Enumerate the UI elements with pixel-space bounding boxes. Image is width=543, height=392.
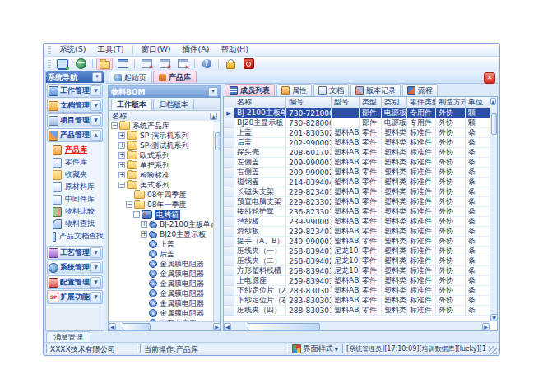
tree-node[interactable]: +BJ-2100主板单点 [109,219,213,229]
document-tab[interactable]: 起始页 [109,71,152,83]
tree-hscroll-thumb[interactable] [123,323,151,330]
tree-toggle-minus-icon[interactable]: − [133,211,140,218]
member-tab[interactable]: 文档 [313,84,349,96]
exit-button[interactable] [240,58,257,70]
tree-node[interactable]: 金属膜电阻器 [109,279,213,288]
sidebar-item[interactable]: 物料比较 [46,205,104,218]
menubar-grip[interactable] [48,46,51,54]
chevron-down-icon[interactable]: ▼ [90,262,101,273]
member-tab[interactable]: 属性 [276,84,312,96]
tree-scroll-right-icon[interactable]: ▶ [213,323,220,330]
tree-node[interactable]: −08年一季度 [109,200,213,210]
chevron-down-icon[interactable]: ▼ [90,115,101,126]
chevron-down-icon[interactable]: ▼ [90,292,101,302]
table-row[interactable]: 挡纱板239-990001-01X塑料ABS零件塑料类标准件外协条 [224,217,490,227]
tree-node[interactable]: +SP-演示机系列 [109,131,213,141]
table-row[interactable]: 接纱轮护罩236-823301-00X塑料ABS零件塑料类标准件外协条 [224,207,490,217]
grid-scroll-right-icon[interactable]: ▶ [482,323,490,330]
close-document-button[interactable]: ✕ [484,72,495,84]
panel-menu-icon[interactable]: ▾ [92,72,102,82]
grid-column-header[interactable]: 名称 [234,97,286,108]
tree-node[interactable]: +SP-测试机系列 [109,141,213,150]
chevron-up-icon[interactable]: ▲ [90,130,101,141]
grid-scroll-up-icon[interactable]: ▲ [490,98,496,105]
grid-column-header[interactable]: 零件类型 [407,97,436,108]
sidebar-group[interactable]: 产品管理▲ [47,128,103,142]
sidebar-item[interactable]: 中间件库 [46,193,104,205]
table-row[interactable]: 压线夹（一）258-839401-00X尼龙1010零件塑料类标准件外协条 [224,247,490,256]
tree-toggle-plus-icon[interactable]: + [118,162,125,168]
sidebar-item[interactable]: 物料查找 [46,218,104,230]
close-window-button[interactable] [138,58,155,70]
table-row[interactable]: 长磁头支架229-823401-00X塑料ABS零件塑料类标准件外协条 [224,187,490,197]
sidebar-item[interactable]: 产品文档查找 [46,230,104,242]
tree-toggle-plus-icon[interactable]: + [118,152,125,159]
tree-toggle-plus-icon[interactable]: + [141,231,147,238]
table-row[interactable]: 压线夹（四）288-830301-00X塑料ABS零件塑料类标准件外协条 [224,306,490,316]
toolbar-grip[interactable] [48,60,51,68]
table-row[interactable]: 方形塑料线槽258-839403-00X尼龙1010零件塑料类标准件外协条 [224,266,490,276]
grid-scroll-left-icon[interactable]: ◀ [224,323,231,330]
close-other-windows-button[interactable] [174,58,191,70]
tree-node[interactable]: +BJ20主显示板 [109,229,213,239]
window-layout-button[interactable] [114,58,131,70]
tree-node[interactable]: 金属膜电阻器 [109,308,213,318]
tree-node[interactable]: −美式系列 [109,180,213,190]
folder-open-button[interactable] [96,58,113,70]
grid-column-header[interactable]: 编号 [286,97,332,108]
table-row[interactable]: 左侧盖209-990001-01X塑料ABS零件塑料类标准件外协条 [224,158,490,168]
lock-button[interactable] [222,58,239,70]
document-tab[interactable]: 产品库 [153,71,197,83]
tree-toggle-minus-icon[interactable]: − [118,182,125,188]
menu-item[interactable]: 窗口(W) [136,44,177,56]
tree-toggle-minus-icon[interactable]: − [126,201,132,208]
table-row[interactable]: 磁钢盖214-839404-01X塑料ABS零件塑料类标准件外协条 [224,178,490,187]
sidebar-item[interactable]: 零件库 [46,156,104,168]
sidebar-group[interactable]: 系统管理▼ [47,261,103,274]
table-row[interactable]: ▶BJ-2100主板单点730-721000-12X部件电源板专用件外协颗 [224,108,490,118]
table-row[interactable]: 预置电脑支架229-823302-00X塑料ABS零件塑料类标准件外协条 [224,197,490,207]
tree-node[interactable]: −系统产品库 [109,121,213,131]
tree-horizontal-scrollbar[interactable]: ◀ ▶ [109,321,220,330]
globe-button[interactable] [72,58,89,70]
grid-column-header[interactable]: 类型 [360,97,382,108]
table-row[interactable]: 右侧盖209-990002-01X塑料ABS零件塑料类标准件外协条 [224,168,490,178]
tree-scroll-left-icon[interactable]: ◀ [109,323,116,330]
message-manager-tab[interactable]: 消息管理 [46,331,90,342]
tree-toggle-plus-icon[interactable]: + [118,142,125,149]
grid-hscroll-thumb[interactable] [248,323,320,330]
sidebar-group[interactable]: 扩展功能▼ [47,290,103,304]
bom-panel-options-icon[interactable]: ▾ [208,87,218,97]
member-tab[interactable]: 版本记录 [350,84,401,96]
menu-item[interactable]: 帮助(H) [215,44,254,56]
grid-horizontal-scrollbar[interactable]: ◀ ▶ [224,321,490,330]
tree-node[interactable]: 金属膜电阻器 [109,288,213,298]
tree-toggle-minus-icon[interactable]: − [111,122,118,129]
table-row[interactable]: BJ20主显示板730-828000-04X部件电源板专用件外协颗 [224,118,490,128]
grid-vertical-scrollbar[interactable]: ▲ ▼ [490,97,497,321]
computer-button[interactable] [54,58,71,70]
table-row[interactable]: 滑纱板239-823401-00X塑料ABS零件塑料类标准件外协条 [224,227,490,237]
chevron-down-icon[interactable]: ▼ [90,85,101,96]
sidebar-item[interactable]: 收藏夹 [46,168,104,181]
menu-item[interactable]: 系统(S) [53,44,91,56]
tree-node[interactable]: 上盖 [109,239,213,249]
tree-node[interactable]: 金属膜电阻器 [109,298,213,308]
grid-column-header[interactable]: 制造方式 [436,97,466,108]
close-all-windows-button[interactable] [156,58,173,70]
tree-toggle-plus-icon[interactable]: + [141,221,147,228]
tree-node[interactable]: +检验标准 [109,170,213,180]
tree-node[interactable]: 金属膜电阻器 [109,269,213,279]
tree-node[interactable]: 后盖 [109,249,213,259]
grid-column-header[interactable]: 类别 [382,97,407,108]
table-row[interactable]: 下纱定位片（右）283-830302-00X塑料ABS零件塑料类标准件外协条 [224,296,490,306]
sidebar-group[interactable]: 配置管理▼ [47,275,103,289]
tree-toggle-plus-icon[interactable]: + [118,172,125,178]
bom-version-tab[interactable]: 归档版本 [153,99,194,110]
table-row[interactable]: 提手（A、B）249-990001-01X塑料ABS零件塑料类标准件外协条 [224,237,490,247]
tree-toggle-plus-icon[interactable]: + [118,132,125,139]
menu-item[interactable]: 工具(T) [91,44,129,56]
table-row[interactable]: 上电源座259-839403-00X塑料ABS零件塑料类标准件外协条 [224,276,490,286]
bom-version-tab[interactable]: 工作版本 [111,99,152,110]
sidebar-group[interactable]: 文档管理▼ [47,99,103,113]
